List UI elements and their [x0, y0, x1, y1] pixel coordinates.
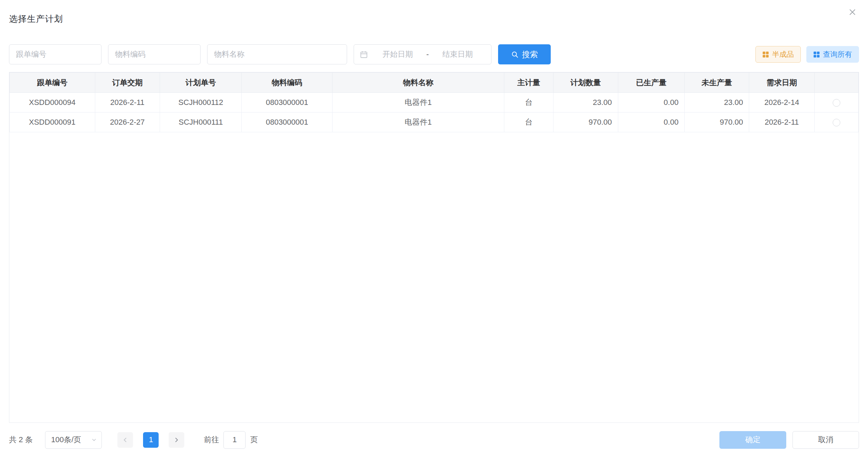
cell-produced-qty: 0.00	[618, 93, 684, 113]
col-header-plan-no: 计划单号	[160, 73, 241, 93]
page-unit-label: 页	[250, 435, 258, 445]
cell-plan-no: SCJH000111	[160, 113, 241, 132]
col-header-produced-qty: 已生产量	[618, 73, 684, 93]
chevron-down-icon	[91, 437, 97, 443]
table-row[interactable]: XSDD000091 2026-2-27 SCJH000111 08030000…	[10, 113, 859, 132]
cell-unproduced-qty: 970.00	[684, 113, 749, 132]
search-icon	[511, 51, 519, 59]
row-radio[interactable]	[833, 119, 840, 126]
cell-material-name: 电器件1	[332, 113, 504, 132]
calendar-icon	[360, 50, 368, 59]
col-header-demand-date: 需求日期	[749, 73, 814, 93]
cell-demand-date: 2026-2-11	[749, 113, 814, 132]
filter-bar: 开始日期 - 结束日期 搜索 半成品 查询所有	[9, 44, 859, 64]
chevron-right-icon	[173, 436, 180, 444]
col-header-material-name: 物料名称	[332, 73, 504, 93]
filter-right-group: 半成品 查询所有	[755, 46, 859, 63]
date-range-picker[interactable]: 开始日期 - 结束日期	[354, 44, 491, 64]
cell-unit: 台	[504, 93, 553, 113]
cell-plan-qty: 970.00	[553, 113, 618, 132]
cell-select	[814, 113, 858, 132]
cell-order-no: XSDD000094	[10, 93, 95, 113]
pager: 1	[117, 432, 184, 448]
col-header-plan-qty: 计划数量	[553, 73, 618, 93]
date-end-placeholder: 结束日期	[429, 49, 486, 60]
pagination-total: 共 2 条	[9, 435, 33, 445]
cell-demand-date: 2026-2-14	[749, 93, 814, 113]
table-row[interactable]: XSDD000094 2026-2-11 SCJH000112 08030000…	[10, 93, 859, 113]
query-all-button[interactable]: 查询所有	[806, 46, 859, 63]
page-size-value: 100条/页	[51, 435, 81, 445]
next-page-button[interactable]	[169, 432, 184, 448]
goto-page-input[interactable]	[223, 431, 246, 449]
prev-page-button[interactable]	[117, 432, 133, 448]
col-header-unproduced-qty: 未生产量	[684, 73, 749, 93]
date-start-placeholder: 开始日期	[370, 49, 426, 60]
cancel-button[interactable]: 取消	[792, 431, 859, 449]
production-plan-table: 跟单编号 订单交期 计划单号 物料编码 物料名称 主计量 计划数量 已生产量 未…	[9, 72, 859, 423]
cell-unproduced-qty: 23.00	[684, 93, 749, 113]
cell-order-delivery: 2026-2-11	[95, 93, 160, 113]
query-all-label: 查询所有	[823, 50, 852, 59]
grid-icon	[762, 51, 769, 58]
close-icon	[848, 7, 857, 17]
cell-plan-no: SCJH000112	[160, 93, 241, 113]
order-no-input[interactable]	[9, 44, 101, 64]
cell-unit: 台	[504, 113, 553, 132]
table-header-row: 跟单编号 订单交期 计划单号 物料编码 物料名称 主计量 计划数量 已生产量 未…	[10, 73, 859, 93]
col-header-order-delivery: 订单交期	[95, 73, 160, 93]
chevron-left-icon	[122, 436, 129, 444]
search-button-label: 搜索	[522, 49, 538, 60]
grid-icon	[813, 51, 820, 58]
cell-material-code: 0803000001	[242, 93, 333, 113]
row-radio[interactable]	[833, 99, 840, 107]
cell-plan-qty: 23.00	[553, 93, 618, 113]
cell-produced-qty: 0.00	[618, 113, 684, 132]
col-header-order-no: 跟单编号	[10, 73, 95, 93]
cell-material-name: 电器件1	[332, 93, 504, 113]
semi-finished-button[interactable]: 半成品	[755, 46, 801, 63]
cell-select	[814, 93, 858, 113]
cell-order-delivery: 2026-2-27	[95, 113, 160, 132]
page-number-button[interactable]: 1	[143, 432, 159, 448]
date-separator: -	[426, 50, 429, 59]
search-button[interactable]: 搜索	[498, 44, 551, 64]
material-code-input[interactable]	[108, 44, 201, 64]
goto-label: 前往	[204, 435, 219, 445]
close-button[interactable]	[845, 5, 860, 19]
page-size-select[interactable]: 100条/页	[45, 431, 102, 449]
footer-bar: 共 2 条 100条/页 1 前往 页 确定 取消	[9, 429, 859, 450]
confirm-button[interactable]: 确定	[719, 431, 786, 449]
footer-actions: 确定 取消	[719, 431, 859, 449]
col-header-select	[814, 73, 858, 93]
semi-finished-label: 半成品	[772, 50, 794, 59]
col-header-unit: 主计量	[504, 73, 553, 93]
material-name-input[interactable]	[207, 44, 347, 64]
goto-page-group: 前往 页	[204, 431, 258, 449]
cell-order-no: XSDD000091	[10, 113, 95, 132]
col-header-material-code: 物料编码	[242, 73, 333, 93]
cell-material-code: 0803000001	[242, 113, 333, 132]
dialog-title: 选择生产计划	[9, 13, 63, 25]
